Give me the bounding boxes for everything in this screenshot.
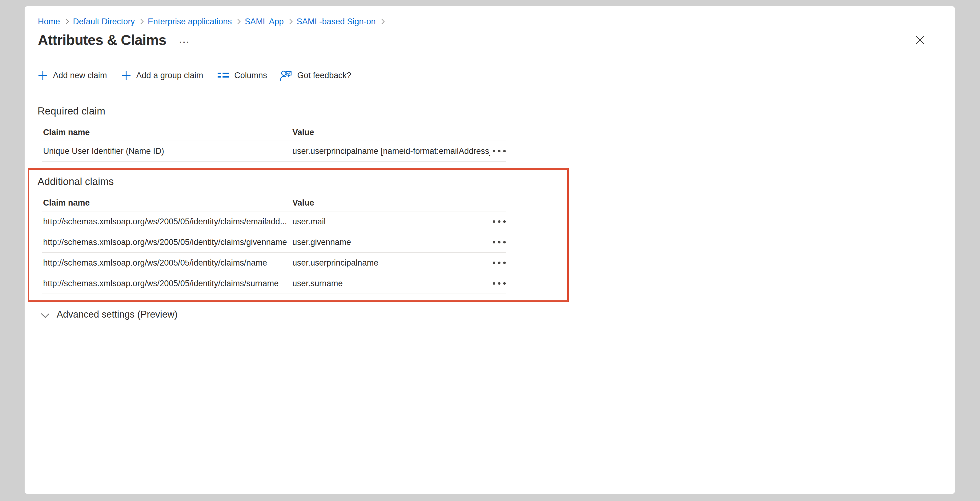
row-more-options-icon[interactable] [490, 262, 506, 264]
add-group-claim-button[interactable]: Add a group claim [121, 70, 204, 80]
claim-name-cell: Unique User Identifier (Name ID) [42, 146, 291, 156]
add-new-claim-button[interactable]: Add new claim [38, 70, 107, 80]
got-feedback-button[interactable]: Got feedback? [280, 70, 352, 81]
breadcrumb-enterprise-applications[interactable]: Enterprise applications [148, 15, 232, 28]
chevron-right-icon [138, 19, 144, 24]
additional-claims-table: Claim name Value http://schemas.xmlsoap.… [42, 194, 506, 294]
required-claim-table: Claim name Value Unique User Identifier … [42, 124, 506, 162]
claim-value-cell: user.surname [291, 279, 490, 288]
add-new-claim-label: Add new claim [53, 71, 107, 80]
got-feedback-label: Got feedback? [298, 71, 352, 80]
blade-header: Attributes & Claims ... [38, 31, 943, 49]
claim-name-cell: http://schemas.xmlsoap.org/ws/2005/05/id… [42, 258, 291, 268]
close-icon [915, 35, 925, 45]
claim-name-cell: http://schemas.xmlsoap.org/ws/2005/05/id… [42, 238, 291, 247]
chevron-right-icon [64, 19, 69, 24]
claim-name-cell: http://schemas.xmlsoap.org/ws/2005/05/id… [42, 279, 291, 288]
chevron-right-icon [379, 19, 384, 24]
required-claim-heading: Required claim [38, 104, 105, 118]
columns-label: Columns [234, 71, 267, 80]
claim-name-cell: http://schemas.xmlsoap.org/ws/2005/05/id… [42, 217, 291, 226]
advanced-settings-toggle[interactable]: Advanced settings (Preview) [42, 308, 178, 321]
column-header-claim-name: Claim name [42, 198, 291, 208]
claim-value-cell: user.userprincipalname [291, 258, 490, 268]
row-more-options-icon[interactable] [490, 282, 506, 285]
chevron-right-icon [287, 19, 293, 24]
columns-button[interactable]: Columns [217, 71, 267, 80]
table-row[interactable]: http://schemas.xmlsoap.org/ws/2005/05/id… [42, 273, 506, 294]
close-blade-button[interactable] [913, 33, 927, 47]
table-row[interactable]: http://schemas.xmlsoap.org/ws/2005/05/id… [42, 232, 506, 253]
breadcrumb-default-directory[interactable]: Default Directory [73, 15, 135, 28]
breadcrumb-home[interactable]: Home [38, 15, 60, 28]
toolbar-separator [268, 69, 268, 82]
row-more-options-icon[interactable] [490, 150, 506, 152]
page-title: Attributes & Claims [38, 31, 166, 49]
breadcrumb-saml-based-sign-on[interactable]: SAML-based Sign-on [297, 15, 376, 28]
advanced-settings-label: Advanced settings (Preview) [57, 308, 178, 321]
title-more-options-icon[interactable]: ... [179, 35, 189, 45]
chevron-right-icon [235, 19, 241, 24]
claim-value-cell: user.mail [291, 217, 490, 226]
additional-claims-heading: Additional claims [38, 175, 114, 188]
plus-icon [121, 70, 131, 80]
table-row[interactable]: Unique User Identifier (Name ID) user.us… [42, 141, 506, 162]
table-header-row: Claim name Value [42, 124, 506, 141]
add-group-claim-label: Add a group claim [136, 71, 204, 80]
columns-icon [217, 71, 229, 80]
table-row[interactable]: http://schemas.xmlsoap.org/ws/2005/05/id… [42, 212, 506, 232]
column-header-claim-name: Claim name [42, 128, 291, 137]
claim-value-cell: user.givenname [291, 238, 490, 247]
table-header-row: Claim name Value [42, 194, 506, 212]
row-more-options-icon[interactable] [490, 220, 506, 223]
person-feedback-icon [280, 70, 292, 81]
claim-value-cell: user.userprincipalname [nameid-format:em… [291, 146, 490, 156]
attributes-claims-blade: Home Default Directory Enterprise applic… [25, 6, 955, 494]
row-more-options-icon[interactable] [490, 241, 506, 243]
breadcrumb-saml-app[interactable]: SAML App [245, 15, 284, 28]
command-bar: Add new claim Add a group claim Columns [38, 66, 944, 85]
table-row[interactable]: http://schemas.xmlsoap.org/ws/2005/05/id… [42, 253, 506, 273]
plus-icon [38, 70, 48, 80]
breadcrumb: Home Default Directory Enterprise applic… [38, 15, 389, 28]
chevron-down-icon [41, 310, 49, 318]
column-header-value: Value [291, 198, 490, 208]
additional-claims-highlight-box: Additional claims Claim name Value http:… [28, 169, 569, 302]
column-header-value: Value [291, 128, 490, 137]
